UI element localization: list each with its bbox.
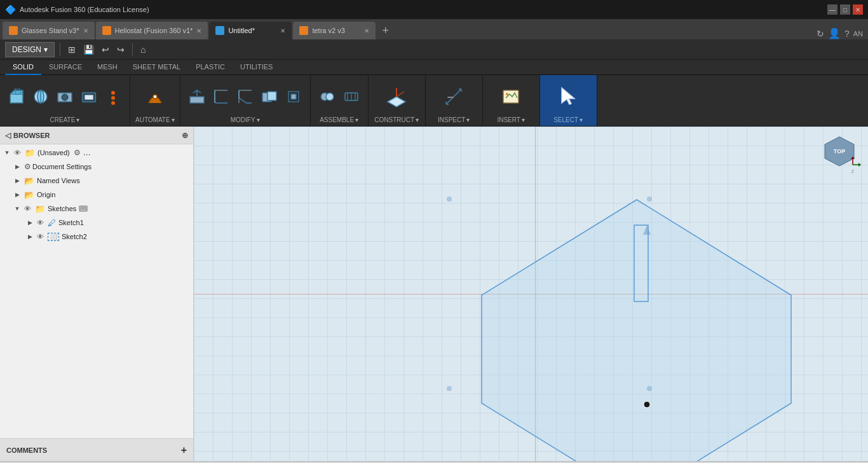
sketch2-expand-arrow[interactable]: ▶ [25, 233, 34, 240]
tab-label-untitled: Untitled* [228, 27, 255, 34]
construct-plane-btn[interactable] [383, 83, 410, 111]
toolbar-area: DESIGN ▾ ⊞ 💾 ↩ ↪ ⌂ SOLID SURFACE MESH SH… [0, 39, 868, 127]
tab-tetra[interactable]: tetra v2 v3 ✕ [293, 22, 376, 39]
mode-tab-sheet-metal[interactable]: SHEET METAL [125, 60, 188, 75]
mode-tab-plastic[interactable]: PLASTIC [188, 60, 233, 75]
minimize-button[interactable]: — [827, 4, 837, 15]
tab-help-icon[interactable]: ? [844, 29, 850, 39]
tab-glasses[interactable]: Glasses Stand v3* ✕ [3, 22, 95, 39]
modify-fillet-btn[interactable] [210, 86, 233, 107]
assemble-label[interactable]: ASSEMBLE ▾ [320, 116, 358, 123]
assemble-rigid-btn[interactable] [340, 86, 363, 107]
modify-press-btn[interactable] [186, 86, 208, 107]
tree-item-sketches[interactable]: ▼ 👁 📁 Sketches ... [0, 202, 193, 216]
tab-label-tetra: tetra v2 v3 [312, 27, 344, 34]
grid-dot-br [647, 386, 652, 391]
sketch1-eye-icon[interactable]: 👁 [37, 219, 44, 226]
create-extrude-btn[interactable] [5, 86, 28, 107]
svg-point-11 [111, 101, 115, 105]
mode-tab-mesh-label: MESH [97, 63, 118, 71]
root-settings-icon[interactable]: ⚙ [74, 148, 81, 157]
browser-back-icon[interactable]: ◁ [5, 131, 11, 140]
grid-dot-tr [647, 197, 652, 202]
comments-add-icon[interactable]: + [181, 445, 187, 456]
tree-item-root[interactable]: ▼ 👁 📁 (Unsaved) ⚙ … [0, 146, 193, 160]
root-more-icon[interactable]: … [83, 148, 91, 157]
close-button[interactable]: ✕ [853, 4, 863, 15]
tree-item-sketch1[interactable]: ▶ 👁 🖊 Sketch1 [0, 216, 193, 230]
mode-tab-surface-label: SURFACE [49, 63, 82, 71]
modify-chamfer-btn[interactable] [234, 86, 257, 107]
create-shell-btn[interactable] [78, 86, 100, 107]
viewcube[interactable]: TOP Z [822, 134, 860, 172]
mode-tab-surface[interactable]: SURFACE [41, 60, 90, 75]
svg-rect-27 [447, 97, 454, 98]
svg-marker-41 [858, 163, 861, 167]
tab-close-untitled[interactable]: ✕ [280, 27, 285, 34]
create-hole-btn[interactable] [53, 86, 76, 107]
modify-scale-btn[interactable] [282, 86, 305, 107]
grid-dot-bl [447, 386, 452, 391]
sketches-expand-arrow[interactable]: ▼ [13, 205, 22, 212]
grid-dot-tl [447, 197, 452, 202]
tree-item-doc-settings[interactable]: ▶ ⚙ Document Settings [0, 160, 193, 174]
sketch2-label: Sketch2 [62, 233, 87, 240]
automate-label[interactable]: AUTOMATE ▾ [135, 116, 175, 123]
tab-close-tetra[interactable]: ✕ [364, 27, 369, 34]
save-button[interactable]: 💾 [81, 43, 97, 56]
tab-user-icon[interactable]: 👤 [828, 27, 841, 39]
app-title: Autodesk Fusion 360 (Education License) [20, 6, 149, 13]
toolbar-section-automate: AUTOMATE ▾ [130, 75, 180, 126]
modify-combine-btn[interactable] [258, 86, 281, 107]
modify-dropdown-icon: ▾ [257, 116, 260, 123]
inspect-measure-btn[interactable] [440, 83, 468, 111]
design-button[interactable]: DESIGN ▾ [5, 42, 55, 57]
modify-label[interactable]: MODIFY ▾ [231, 116, 260, 123]
origin-expand-arrow[interactable]: ▶ [13, 191, 22, 198]
tab-nav-icon[interactable]: ↻ [817, 29, 824, 39]
mode-tab-utilities[interactable]: UTILITIES [233, 60, 280, 75]
mode-tab-mesh[interactable]: MESH [90, 60, 125, 75]
sketches-folder-icon: 📁 [35, 204, 45, 214]
named-views-expand-arrow[interactable]: ▶ [13, 177, 22, 184]
mode-tab-solid[interactable]: SOLID [5, 60, 41, 75]
redo-button[interactable]: ↪ [114, 43, 127, 56]
tab-heliostat[interactable]: Heliostat (Fusion 360 v1* ✕ [96, 22, 208, 39]
insert-label[interactable]: INSERT ▾ [497, 116, 525, 123]
tab-close-heliostat[interactable]: ✕ [196, 27, 201, 34]
sketch1-expand-arrow[interactable]: ▶ [25, 219, 34, 226]
grid-menu-button[interactable]: ⊞ [65, 43, 78, 56]
tree-item-origin[interactable]: ▶ 📂 Origin [0, 188, 193, 202]
inspect-label[interactable]: INSPECT ▾ [438, 116, 470, 123]
undo-button[interactable]: ↩ [99, 43, 112, 56]
create-revolve-btn[interactable] [29, 86, 52, 107]
new-tab-button[interactable]: + [377, 22, 394, 39]
root-eye-icon[interactable]: 👁 [14, 149, 21, 156]
tree-item-named-views[interactable]: ▶ 📂 Named Views [0, 174, 193, 188]
construct-label[interactable]: CONSTRUCT ▾ [374, 116, 419, 123]
origin-icon: 📂 [24, 190, 34, 200]
maximize-button[interactable]: □ [840, 4, 850, 15]
tree-item-sketch2[interactable]: ▶ 👁 ⬜ Sketch2 [0, 230, 193, 244]
sketch2-eye-icon[interactable]: 👁 [37, 233, 44, 240]
doc-settings-expand-arrow[interactable]: ▶ [13, 163, 22, 170]
assemble-joint-btn[interactable] [316, 86, 339, 107]
select-btn[interactable] [554, 83, 582, 111]
automate-btn[interactable] [144, 86, 166, 107]
root-expand-arrow[interactable]: ▼ [3, 149, 11, 156]
tab-close-glasses[interactable]: ✕ [83, 27, 88, 34]
tab-untitled[interactable]: Untitled* ✕ [209, 22, 292, 39]
viewport[interactable]: TOP Z [194, 127, 868, 461]
create-label[interactable]: CREATE ▾ [50, 116, 80, 123]
insert-decal-btn[interactable] [497, 83, 525, 111]
select-label[interactable]: SELECT ▾ [553, 116, 583, 123]
home-button[interactable]: ⌂ [138, 43, 148, 56]
create-more-btn[interactable] [102, 86, 125, 107]
browser-add-icon[interactable]: ⊕ [182, 131, 188, 140]
svg-marker-39 [851, 156, 855, 159]
toolbar-section-modify: MODIFY ▾ [180, 75, 311, 126]
assemble-dropdown-icon: ▾ [355, 116, 358, 123]
sketches-eye-icon[interactable]: 👁 [24, 205, 31, 212]
toolbar-section-construct: CONSTRUCT ▾ [369, 75, 426, 126]
tab-label-heliostat: Heliostat (Fusion 360 v1* [115, 27, 193, 34]
